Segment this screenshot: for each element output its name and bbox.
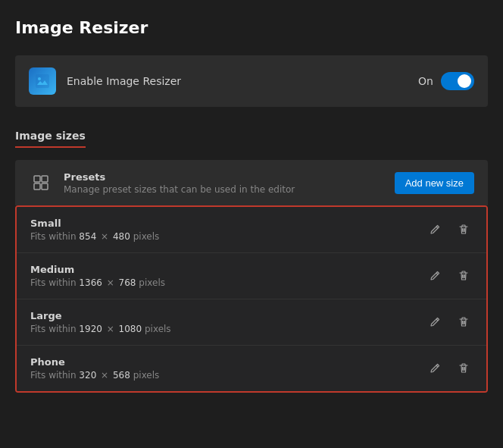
preset-cross: × — [98, 231, 111, 242]
enable-toggle[interactable] — [441, 72, 474, 90]
edit-icon — [429, 316, 441, 328]
edit-icon — [429, 270, 441, 282]
preset-width: 1920 — [79, 324, 102, 334]
preset-width: 320 — [79, 370, 96, 381]
edit-button[interactable] — [426, 313, 444, 331]
preset-item-left: Small Fits within 854 × 480 pixels — [30, 218, 159, 242]
svg-rect-4 — [34, 183, 40, 190]
enable-row: Enable Image Resizer On — [15, 55, 488, 107]
preset-item: Large Fits within 1920 × 1080 pixels — [17, 299, 486, 346]
image-sizes-heading: Image sizes — [15, 130, 86, 148]
preset-item-left: Large Fits within 1920 × 1080 pixels — [30, 310, 171, 334]
trash-icon — [458, 362, 470, 374]
svg-rect-0 — [36, 74, 49, 88]
preset-item-left: Phone Fits within 320 × 568 pixels — [30, 356, 159, 381]
preset-item: Small Fits within 854 × 480 pixels — [17, 207, 486, 253]
preset-name: Medium — [30, 264, 165, 275]
trash-icon — [458, 224, 470, 236]
trash-icon — [458, 316, 470, 328]
preset-cross: × — [104, 324, 117, 334]
preset-height: 768 — [119, 277, 136, 288]
edit-icon — [429, 362, 441, 374]
image-sizes-section: Image sizes Presets Manage preset sizes … — [15, 128, 488, 393]
presets-left: Presets Manage preset sizes that can be … — [29, 171, 295, 195]
preset-actions — [426, 359, 473, 378]
delete-button[interactable] — [455, 313, 473, 331]
preset-width: 1366 — [79, 277, 102, 288]
presets-header: Presets Manage preset sizes that can be … — [15, 160, 488, 205]
delete-button[interactable] — [455, 359, 473, 378]
svg-rect-5 — [42, 183, 48, 190]
preset-width: 854 — [79, 231, 96, 242]
preset-cross: × — [98, 370, 111, 381]
preset-item: Phone Fits within 320 × 568 pixels — [17, 346, 486, 391]
svg-rect-2 — [34, 176, 40, 182]
preset-name: Phone — [30, 356, 159, 368]
preset-item: Medium Fits within 1366 × 768 pixels — [17, 253, 486, 299]
toggle-slider — [441, 72, 474, 90]
enable-status-label: On — [418, 75, 433, 87]
enable-label: Enable Image Resizer — [67, 75, 181, 87]
presets-list: Small Fits within 854 × 480 pixels — [15, 205, 488, 393]
preset-name: Large — [30, 310, 171, 321]
page-container: Image Resizer Enable Image Resizer On Im… — [0, 0, 503, 411]
svg-point-1 — [38, 77, 41, 80]
preset-actions — [426, 221, 473, 239]
image-resizer-icon — [29, 67, 56, 95]
add-new-size-button[interactable]: Add new size — [395, 172, 474, 194]
edit-icon — [429, 224, 441, 236]
preset-height: 1080 — [119, 324, 142, 334]
preset-item-left: Medium Fits within 1366 × 768 pixels — [30, 264, 165, 288]
preset-desc: Fits within 320 × 568 pixels — [30, 370, 159, 381]
preset-desc: Fits within 854 × 480 pixels — [30, 231, 159, 242]
presets-title: Presets — [64, 171, 295, 183]
enable-left: Enable Image Resizer — [29, 67, 181, 95]
preset-cross: × — [104, 277, 117, 288]
edit-button[interactable] — [426, 267, 444, 285]
delete-button[interactable] — [455, 221, 473, 239]
preset-name: Small — [30, 218, 159, 229]
enable-right: On — [418, 72, 474, 90]
preset-height: 568 — [113, 370, 130, 381]
delete-button[interactable] — [455, 267, 473, 285]
preset-actions — [426, 267, 473, 285]
section-header-row: Image sizes — [15, 128, 488, 160]
preset-height: 480 — [113, 231, 130, 242]
preset-desc: Fits within 1366 × 768 pixels — [30, 277, 165, 288]
preset-desc: Fits within 1920 × 1080 pixels — [30, 324, 171, 334]
trash-icon — [458, 270, 470, 282]
preset-actions — [426, 313, 473, 331]
edit-button[interactable] — [426, 359, 444, 378]
presets-text: Presets Manage preset sizes that can be … — [64, 171, 295, 195]
page-title: Image Resizer — [15, 18, 488, 37]
svg-rect-3 — [42, 176, 48, 182]
edit-button[interactable] — [426, 221, 444, 239]
presets-icon — [29, 171, 53, 195]
presets-subtitle: Manage preset sizes that can be used in … — [64, 184, 295, 195]
